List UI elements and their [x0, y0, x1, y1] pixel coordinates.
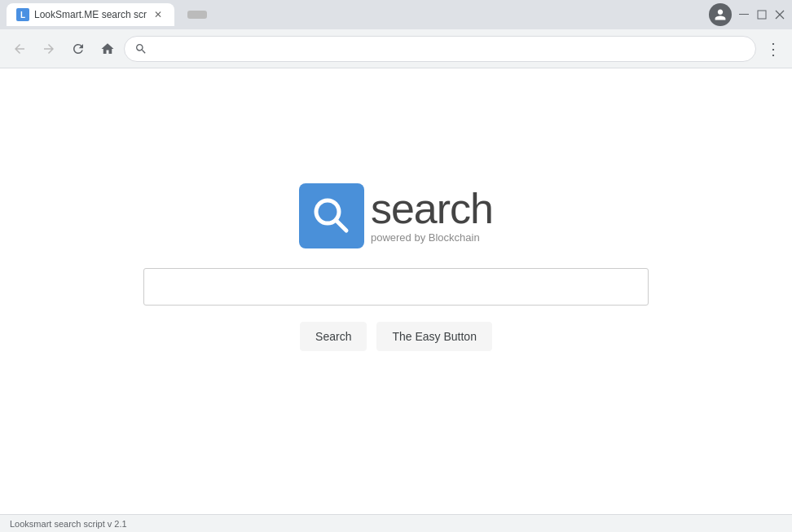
logo-text-area: search powered by Blockchain [371, 187, 493, 244]
status-bar: Looksmart search script v 2.1 [0, 514, 792, 532]
browser-frame: L LookSmart.ME search scr ✕ [0, 0, 792, 532]
tab-favicon: L [16, 8, 29, 21]
more-options-button[interactable]: ⋮ [759, 36, 785, 62]
nav-bar: ⋮ [0, 29, 792, 68]
page-content: search powered by Blockchain Search The … [0, 68, 792, 514]
logo-icon [299, 183, 364, 248]
logo-text-sub: powered by Blockchain [371, 231, 493, 244]
logo-magnifier [311, 196, 352, 236]
inactive-tab[interactable] [178, 3, 217, 26]
minimize-button[interactable] [738, 9, 750, 20]
buttons-row: Search The Easy Button [300, 322, 492, 351]
home-button[interactable] [95, 36, 121, 62]
address-bar[interactable] [124, 36, 756, 62]
close-button[interactable] [774, 9, 785, 20]
svg-rect-0 [739, 14, 749, 15]
reload-button[interactable] [65, 36, 91, 62]
window-controls [709, 3, 785, 26]
easy-button[interactable]: The Easy Button [376, 322, 492, 351]
status-text: Looksmart search script v 2.1 [10, 519, 127, 529]
title-bar: L LookSmart.ME search scr ✕ [0, 0, 792, 29]
active-tab[interactable]: L LookSmart.ME search scr ✕ [7, 3, 174, 26]
account-button[interactable] [709, 3, 732, 26]
inactive-tab-bar [187, 11, 207, 19]
svg-rect-1 [758, 11, 766, 19]
search-input[interactable] [143, 268, 649, 306]
back-button[interactable] [7, 36, 33, 62]
address-search-icon [134, 42, 147, 55]
svg-line-5 [336, 220, 346, 231]
maximize-button[interactable] [756, 9, 768, 20]
logo-area: search powered by Blockchain [299, 183, 493, 248]
logo-text-main: search [371, 187, 493, 230]
forward-button[interactable] [36, 36, 62, 62]
tab-close-button[interactable]: ✕ [152, 8, 165, 21]
tab-title: LookSmart.ME search scr [34, 9, 147, 20]
address-input[interactable] [154, 42, 746, 55]
search-button[interactable]: Search [300, 322, 367, 351]
